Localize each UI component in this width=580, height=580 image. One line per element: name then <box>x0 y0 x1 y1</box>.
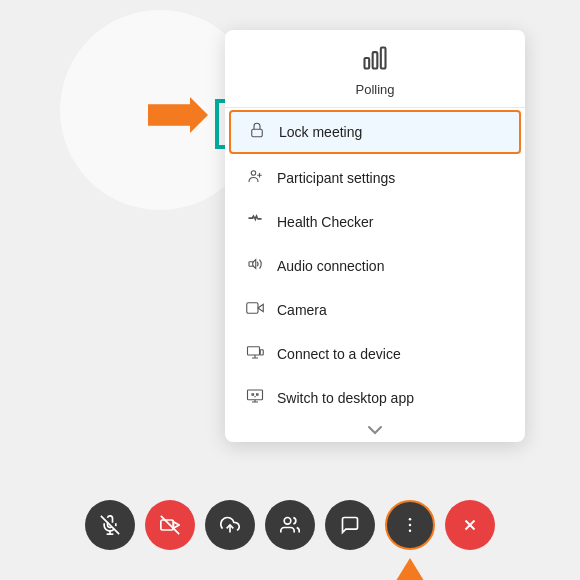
menu-item-audio-connection[interactable]: Audio connection <box>225 244 525 288</box>
menu-item-connect-device[interactable]: Connect to a device <box>225 332 525 376</box>
svg-point-17 <box>409 518 412 521</box>
menu-item-switch-desktop[interactable]: Switch to desktop app <box>225 376 525 420</box>
audio-icon <box>245 255 265 277</box>
chat-button[interactable] <box>325 500 375 550</box>
svg-rect-3 <box>252 129 263 137</box>
share-button[interactable] <box>205 500 255 550</box>
participants-button[interactable] <box>265 500 315 550</box>
menu-header: Polling <box>225 30 525 108</box>
health-checker-icon <box>245 211 265 233</box>
switch-desktop-label: Switch to desktop app <box>277 390 414 406</box>
svg-point-19 <box>409 530 412 533</box>
svg-rect-6 <box>247 303 258 314</box>
desktop-icon <box>245 387 265 409</box>
svg-point-16 <box>284 518 291 525</box>
camera-label: Camera <box>277 302 327 318</box>
more-options-button[interactable] <box>385 500 435 550</box>
health-checker-label: Health Checker <box>277 214 374 230</box>
participant-settings-label: Participant settings <box>277 170 395 186</box>
svg-rect-7 <box>248 347 260 355</box>
chevron-down-icon <box>225 420 525 442</box>
device-icon <box>245 343 265 365</box>
audio-connection-label: Audio connection <box>277 258 384 274</box>
more-btn-wrapper <box>385 500 435 550</box>
svg-rect-1 <box>373 52 378 68</box>
svg-point-18 <box>409 524 412 527</box>
menu-item-camera[interactable]: Camera <box>225 288 525 332</box>
svg-point-4 <box>251 171 256 176</box>
end-call-button[interactable] <box>445 500 495 550</box>
polling-icon <box>361 44 389 78</box>
toolbar <box>85 500 495 550</box>
video-button[interactable] <box>145 500 195 550</box>
lock-icon <box>247 121 267 143</box>
svg-line-14 <box>161 516 179 534</box>
participant-settings-icon <box>245 167 265 189</box>
dropdown-menu: Polling Lock meeting Participant setting… <box>225 30 525 442</box>
svg-rect-2 <box>381 48 386 69</box>
lock-meeting-label: Lock meeting <box>279 124 362 140</box>
camera-icon <box>245 299 265 321</box>
up-arrow-indicator <box>394 558 426 580</box>
menu-item-lock-meeting[interactable]: Lock meeting <box>229 110 521 154</box>
menu-item-participant-settings[interactable]: Participant settings <box>225 156 525 200</box>
polling-label: Polling <box>355 82 394 97</box>
svg-rect-5 <box>249 262 253 267</box>
menu-item-health-checker[interactable]: Health Checker <box>225 200 525 244</box>
svg-rect-8 <box>260 350 263 355</box>
connect-device-label: Connect to a device <box>277 346 401 362</box>
svg-rect-0 <box>365 58 370 69</box>
svg-rect-9 <box>248 390 263 400</box>
mic-button[interactable] <box>85 500 135 550</box>
